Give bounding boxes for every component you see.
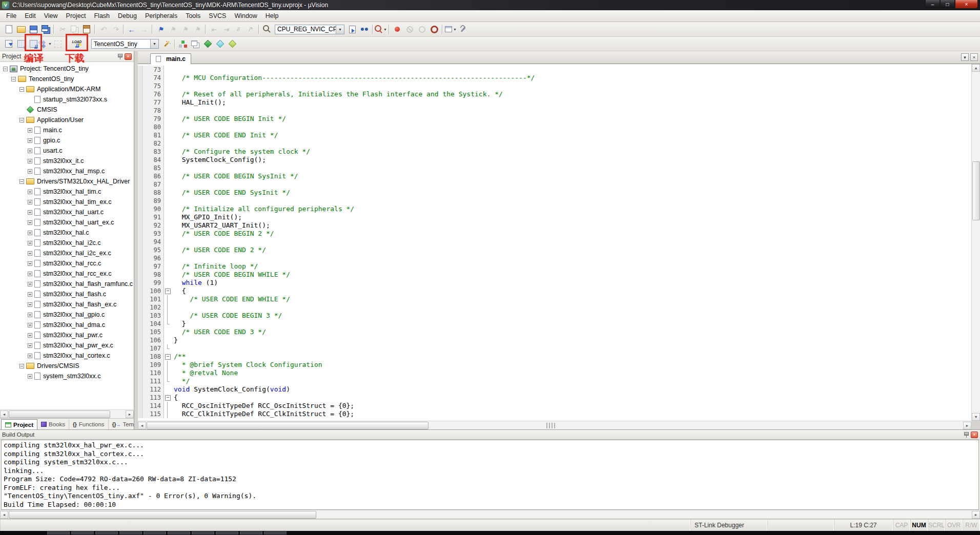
editor-close-icon[interactable]: × xyxy=(970,53,978,61)
taskbar-window-thumb[interactable] xyxy=(240,531,262,534)
taskbar-window-thumb[interactable] xyxy=(95,531,118,534)
bookmark-clear-all-button[interactable] xyxy=(191,24,203,35)
line-number[interactable]: 98 xyxy=(142,271,164,279)
line-number[interactable]: 75 xyxy=(142,82,164,90)
scroll-left-arrow-icon[interactable]: ◄ xyxy=(0,410,8,418)
tree-expander-minus-icon[interactable]: − xyxy=(19,179,24,184)
taskbar-window-thumb[interactable] xyxy=(192,531,214,534)
bookmark-margin[interactable] xyxy=(138,336,142,344)
translate-file-button[interactable] xyxy=(3,38,15,50)
line-number[interactable]: 76 xyxy=(142,90,164,98)
tree-item[interactable]: +stm32l0xx_hal_msp.c xyxy=(0,166,134,176)
menu-view[interactable]: View xyxy=(40,11,62,21)
code-editor[interactable]: 7374 /* MCU Configuration---------------… xyxy=(138,64,980,421)
undo-button[interactable] xyxy=(97,24,109,35)
tab-list-dropdown-icon[interactable]: ▾ xyxy=(961,53,969,61)
tree-expander-plus-icon[interactable]: + xyxy=(28,313,32,317)
splitter-grip[interactable] xyxy=(546,423,556,428)
line-number[interactable]: 93 xyxy=(142,230,164,238)
bookmark-margin[interactable] xyxy=(138,353,142,361)
tree-expander-plus-icon[interactable]: + xyxy=(28,261,32,266)
line-number[interactable]: 89 xyxy=(142,197,164,205)
taskbar-window-thumb[interactable] xyxy=(168,531,190,534)
tree-item[interactable]: +stm32l0xx_hal.c xyxy=(0,228,134,238)
breakpoint-disable-all-button[interactable] xyxy=(416,24,428,35)
file-extensions-button[interactable] xyxy=(189,38,201,50)
redo-button[interactable] xyxy=(109,24,121,35)
bookmark-margin[interactable] xyxy=(138,74,142,82)
bookmark-margin[interactable] xyxy=(138,172,142,180)
menu-window[interactable]: Window xyxy=(230,11,261,21)
indent-left-button[interactable] xyxy=(208,24,220,35)
line-number[interactable]: 100 xyxy=(142,287,164,295)
vertical-splitter[interactable] xyxy=(134,51,138,429)
tree-expander-minus-icon[interactable]: − xyxy=(19,364,24,368)
tree-expander-plus-icon[interactable]: + xyxy=(28,138,32,143)
bookmark-margin[interactable] xyxy=(138,344,142,353)
tools-wrench-button[interactable] xyxy=(457,24,469,35)
new-file-button[interactable] xyxy=(3,24,15,35)
bookmark-margin[interactable] xyxy=(138,410,142,418)
scroll-right-arrow-icon[interactable]: ► xyxy=(126,410,134,418)
tree-expander-plus-icon[interactable]: + xyxy=(28,200,32,204)
taskbar-window-thumb[interactable] xyxy=(119,531,142,534)
batch-build-button[interactable]: ▼ xyxy=(39,38,52,50)
menu-svcs[interactable]: SVCS xyxy=(205,11,230,21)
save-all-button[interactable] xyxy=(39,24,52,35)
tree-item[interactable]: startup_stm32l073xx.s xyxy=(0,94,134,105)
pin-icon[interactable] xyxy=(963,431,969,438)
line-number[interactable]: 79 xyxy=(142,115,164,123)
menu-flash[interactable]: Flash xyxy=(90,11,114,21)
bookmark-margin[interactable] xyxy=(138,377,142,385)
tree-item[interactable]: +stm32l0xx_hal_uart.c xyxy=(0,207,134,217)
bookmark-margin[interactable] xyxy=(138,148,142,156)
tree-expander-plus-icon[interactable]: + xyxy=(28,282,32,286)
bookmark-margin[interactable] xyxy=(138,213,142,221)
menu-edit[interactable]: Edit xyxy=(21,11,40,21)
fold-collapse-icon[interactable] xyxy=(164,287,171,295)
tree-expander-plus-icon[interactable]: + xyxy=(28,231,32,235)
paste-button[interactable] xyxy=(80,24,93,35)
tree-item[interactable]: +stm32l0xx_hal_pwr.c xyxy=(0,330,134,340)
tree-item[interactable]: CMSIS xyxy=(0,105,134,115)
bookmark-margin[interactable] xyxy=(138,402,142,410)
line-number[interactable]: 92 xyxy=(142,221,164,230)
tree-expander-minus-icon[interactable]: − xyxy=(3,67,8,71)
cut-button[interactable] xyxy=(56,24,68,35)
tree-item[interactable]: +stm32l0xx_hal_flash_ramfunc.c xyxy=(0,279,134,289)
line-number[interactable]: 94 xyxy=(142,238,164,246)
line-number[interactable]: 80 xyxy=(142,123,164,131)
bookmark-margin[interactable] xyxy=(138,287,142,295)
find-in-files-button[interactable] xyxy=(261,24,273,35)
line-number[interactable]: 81 xyxy=(142,131,164,139)
tree-item[interactable]: +gpio.c xyxy=(0,135,134,146)
line-number[interactable]: 106 xyxy=(142,336,164,344)
tree-item[interactable]: +stm32l0xx_hal_uart_ex.c xyxy=(0,217,134,228)
taskbar-window-thumb[interactable] xyxy=(71,531,94,534)
editor-vscrollbar[interactable]: ▲ ▼ xyxy=(971,64,980,421)
chevron-down-icon[interactable]: ▼ xyxy=(336,25,344,34)
bookmark-next-button[interactable] xyxy=(179,24,191,35)
scroll-left-arrow-icon[interactable]: ◄ xyxy=(0,511,8,519)
bookmark-margin[interactable] xyxy=(138,328,142,336)
tree-expander-plus-icon[interactable]: + xyxy=(28,220,32,225)
tree-item[interactable]: +system_stm32l0xx.c xyxy=(0,371,134,381)
bookmark-margin[interactable] xyxy=(138,156,142,164)
maximize-button[interactable]: □ xyxy=(940,0,955,9)
scroll-up-arrow-icon[interactable]: ▲ xyxy=(972,64,980,72)
tree-item[interactable]: +stm32l0xx_hal_rcc.c xyxy=(0,258,134,269)
bookmark-margin[interactable] xyxy=(138,271,142,279)
line-number[interactable]: 96 xyxy=(142,254,164,262)
tree-expander-plus-icon[interactable]: + xyxy=(28,210,32,215)
tree-expander-plus-icon[interactable]: + xyxy=(28,190,32,194)
rebuild-all-button[interactable]: 编译 xyxy=(27,38,39,50)
line-number[interactable]: 91 xyxy=(142,213,164,221)
panel-tab-functions[interactable]: Functions xyxy=(69,419,109,429)
panel-close-icon[interactable] xyxy=(125,53,132,60)
tree-item[interactable]: +stm32l0xx_it.c xyxy=(0,156,134,166)
show-current-statement-button[interactable] xyxy=(346,24,358,35)
tree-item[interactable]: −Drivers/STM32L0xx_HAL_Driver xyxy=(0,176,134,187)
tree-expander-minus-icon[interactable]: − xyxy=(11,77,16,81)
scrollbar-thumb[interactable] xyxy=(147,422,428,429)
tree-item[interactable]: −Application/MDK-ARM xyxy=(0,84,134,94)
